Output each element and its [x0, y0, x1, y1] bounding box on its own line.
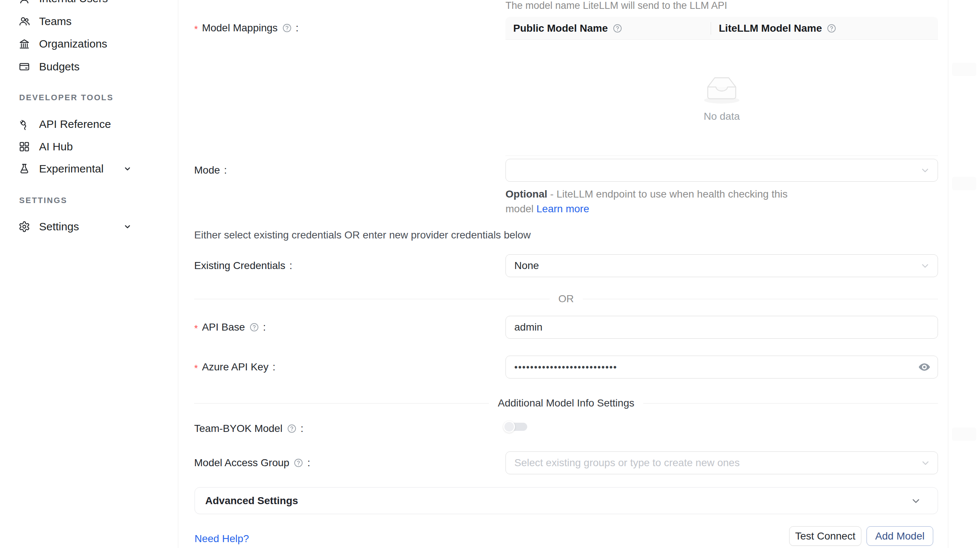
sidebar-item-settings[interactable]: Settings [18, 218, 166, 236]
credentials-note: Either select existing credentials OR en… [194, 229, 531, 241]
add-model-button[interactable]: Add Model [867, 526, 933, 546]
bank-icon [18, 38, 30, 50]
sidebar-item-budgets[interactable]: Budgets [18, 58, 166, 76]
existing-credentials-value: None [514, 260, 539, 272]
team-byok-toggle[interactable] [503, 421, 528, 433]
required-asterisk: * [194, 24, 198, 35]
chevron-down-icon [910, 495, 921, 507]
user-icon [18, 0, 30, 5]
api-base-field [506, 316, 938, 339]
eye-icon[interactable] [918, 361, 931, 373]
model-name-helper-text: The model name LiteLLM will send to the … [506, 0, 727, 11]
sidebar-item-experimental[interactable]: Experimental [18, 160, 166, 178]
advanced-settings-panel[interactable]: Advanced Settings [194, 487, 938, 514]
app-root: Internal Users Teams Organizations Budge… [0, 0, 980, 548]
sidebar-item-label: Internal Users [39, 0, 108, 5]
grid-icon [18, 141, 30, 153]
azure-api-key-label: * Azure API Key : [194, 360, 275, 374]
mode-label: Mode : [194, 163, 227, 178]
plug-icon [18, 118, 30, 130]
advanced-settings-label: Advanced Settings [205, 495, 298, 507]
existing-credentials-label: Existing Credentials : [194, 258, 292, 273]
sidebar-item-label: Budgets [39, 61, 80, 73]
column-header-public-model-name: Public Model Name [506, 17, 711, 40]
info-settings-divider-label: Additional Model Info Settings [498, 397, 634, 409]
required-asterisk: * [194, 323, 198, 334]
api-base-label: * API Base : [194, 320, 266, 335]
sidebar-item-organizations[interactable]: Organizations [18, 35, 166, 53]
mode-help-text: Optional - LiteLLM endpoint to use when … [506, 187, 804, 216]
or-divider-label: OR [558, 293, 574, 305]
model-access-group-input[interactable] [506, 451, 938, 474]
team-byok-label: Team-BYOK Model : [194, 421, 303, 436]
help-circle-icon[interactable] [287, 424, 297, 433]
model-mappings-label: * Model Mappings : [194, 21, 298, 35]
no-data-text: No data [704, 111, 740, 123]
help-circle-icon[interactable] [612, 24, 622, 33]
or-divider: OR [194, 292, 938, 306]
model-access-group-field [506, 451, 938, 474]
sidebar-item-teams[interactable]: Teams [18, 13, 166, 30]
sidebar-section-developer-tools: DEVELOPER TOOLS [19, 93, 113, 102]
sidebar-section-settings: SETTINGS [19, 196, 67, 205]
sidebar-item-internal-users[interactable]: Internal Users [18, 0, 166, 7]
chevron-down-icon [920, 458, 931, 468]
help-circle-icon[interactable] [250, 322, 259, 332]
model-mappings-table: Public Model Name LiteLLM Model Name [506, 17, 938, 156]
azure-api-key-input[interactable] [506, 355, 938, 379]
sidebar-item-label: Settings [39, 220, 79, 233]
sidebar-item-label: Teams [39, 15, 72, 28]
api-base-input[interactable] [506, 316, 938, 339]
help-circle-icon[interactable] [294, 458, 303, 468]
sidebar: Internal Users Teams Organizations Budge… [0, 0, 178, 548]
column-header-litellm-model-name: LiteLLM Model Name [711, 17, 836, 40]
mode-select[interactable] [506, 159, 938, 182]
table-empty-state: No data [506, 40, 938, 156]
help-circle-icon[interactable] [827, 24, 836, 33]
need-help-link[interactable]: Need Help? [194, 533, 249, 545]
learn-more-link[interactable]: Learn more [536, 203, 589, 215]
model-access-group-label: Model Access Group : [194, 456, 310, 470]
chevron-down-icon [920, 261, 930, 271]
help-circle-icon[interactable] [282, 23, 292, 33]
sidebar-item-label: Experimental [39, 162, 103, 175]
sidebar-item-label: AI Hub [39, 140, 73, 153]
right-panel-edge [948, 0, 980, 548]
test-connect-button[interactable]: Test Connect [789, 526, 861, 546]
sidebar-item-api-reference[interactable]: API Reference [18, 115, 166, 133]
users-icon [18, 16, 30, 27]
chevron-down-icon [123, 164, 132, 173]
chevron-down-icon [920, 165, 930, 175]
credit-card-icon [18, 61, 30, 73]
gear-icon [18, 221, 30, 233]
flask-icon [18, 163, 30, 175]
table-header-row: Public Model Name LiteLLM Model Name [506, 17, 938, 40]
azure-api-key-field [506, 355, 938, 379]
empty-inbox-icon [703, 73, 741, 105]
info-settings-divider: Additional Model Info Settings [194, 396, 938, 411]
sidebar-item-ai-hub[interactable]: AI Hub [18, 138, 166, 156]
existing-credentials-select[interactable]: None [506, 254, 938, 277]
chevron-down-icon [123, 222, 132, 231]
required-asterisk: * [194, 363, 198, 374]
sidebar-item-label: API Reference [39, 118, 111, 131]
sidebar-item-label: Organizations [39, 38, 107, 50]
